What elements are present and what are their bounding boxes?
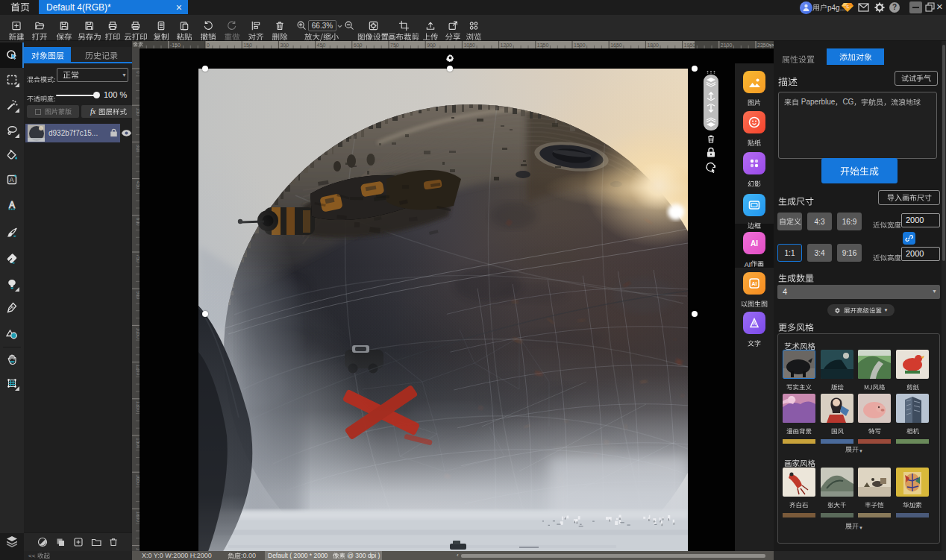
svg-text:300: 300	[280, 43, 289, 48]
svg-text:S: S	[846, 4, 849, 9]
svg-text:750: 750	[390, 43, 399, 48]
svg-text:1200: 1200	[136, 365, 140, 376]
svg-text:AI: AI	[751, 239, 758, 248]
svg-text:750: 750	[136, 254, 140, 262]
svg-text:1800: 1800	[136, 511, 140, 522]
svg-text:1650: 1650	[136, 474, 140, 485]
svg-text:1500: 1500	[136, 438, 140, 449]
svg-text:1350: 1350	[136, 401, 140, 412]
svg-text:900: 900	[136, 291, 140, 299]
svg-text:A: A	[10, 176, 14, 183]
svg-text:A: A	[753, 321, 757, 326]
svg-text:0: 0	[207, 43, 210, 48]
svg-text:0: 0	[136, 71, 140, 74]
svg-text:300: 300	[136, 144, 140, 152]
svg-text:AI: AI	[752, 281, 757, 286]
svg-text:900: 900	[427, 43, 436, 48]
svg-text:150: 150	[243, 43, 252, 48]
svg-text:600: 600	[136, 218, 140, 226]
svg-text:A: A	[9, 200, 15, 210]
svg-text:600: 600	[354, 43, 363, 48]
svg-text:-150: -150	[170, 43, 181, 48]
svg-text:450: 450	[317, 43, 326, 48]
svg-text:1050: 1050	[136, 327, 140, 339]
svg-text:>>: >>	[768, 43, 774, 48]
svg-text:450: 450	[136, 181, 140, 189]
svg-text:150: 150	[136, 107, 140, 116]
